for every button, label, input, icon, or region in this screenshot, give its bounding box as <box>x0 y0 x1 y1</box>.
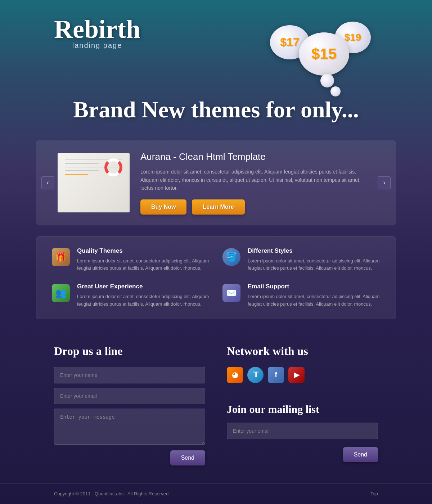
chevron-right-icon: › <box>383 179 385 186</box>
bottom-section: Drop us a line Send Network with us ◕ 𝕋 … <box>0 330 432 480</box>
logo-area: Rebirth landing page <box>54 14 140 50</box>
features-section: 🎁 Quality Themes Lorem ipsum dolor sit a… <box>36 236 396 319</box>
feature-ux-desc: Lorem ipsum dolor sit amet, consectetur … <box>77 293 211 308</box>
feature-email: ✉️ Email Support Lorem ipsum dolor sit a… <box>221 283 381 308</box>
network-section: Network with us ◕ 𝕋 f ▶ Join our mailing… <box>227 345 378 465</box>
logo-title: Rebirth <box>54 14 140 44</box>
price-bubble-main: $15 <box>299 32 349 76</box>
feature-styles-title: Different Styles <box>248 247 381 255</box>
mailing-title: Join our mailing list <box>227 403 378 415</box>
feature-ux-title: Great User Experience <box>77 283 211 290</box>
chevron-left-icon: ‹ <box>47 179 49 186</box>
copyright-text: Copyright © 2011 - QuanticaLabs - All Ri… <box>54 491 168 496</box>
facebook-icon-label: f <box>275 371 277 379</box>
feature-styles: 🪣 Different Styles Lorem ipsum dolor sit… <box>221 247 381 273</box>
slider-description: Lorem ipsum dolor sit amet, consectetur … <box>140 168 374 192</box>
rss-icon[interactable]: ◕ <box>227 367 243 383</box>
quality-icon-container: 🎁 <box>51 247 71 267</box>
top-link[interactable]: Top <box>370 491 378 496</box>
network-divider <box>227 394 378 394</box>
slider-title: Aurana - Clean Html Template <box>140 151 374 162</box>
hero-section: Brand New themes for only... <box>0 90 432 133</box>
price-main-text: $15 <box>311 45 337 63</box>
feature-quality-desc: Lorem ipsum dolor sit amet, consectetur … <box>77 257 211 273</box>
mailing-email-input[interactable] <box>227 423 378 439</box>
rss-icon-label: ◕ <box>232 370 238 379</box>
different-styles-icon: 🪣 <box>222 248 240 266</box>
buy-now-button[interactable]: Buy Now <box>140 199 186 215</box>
email-icon-container: ✉️ <box>221 283 241 303</box>
user-experience-icon: 👥 <box>52 284 70 302</box>
features-grid: 🎁 Quality Themes Lorem ipsum dolor sit a… <box>51 247 381 308</box>
contact-title: Drop us a line <box>54 345 205 358</box>
feature-ux-text: Great User Experience Lorem ipsum dolor … <box>77 283 211 308</box>
learn-more-button[interactable]: Learn More <box>192 199 244 215</box>
paper-line-4 <box>65 170 99 171</box>
ux-icon-container: 👥 <box>51 283 71 303</box>
feature-email-text: Email Support Lorem ipsum dolor sit amet… <box>248 283 381 308</box>
contact-name-input[interactable] <box>54 367 205 383</box>
social-icons-row: ◕ 𝕋 f ▶ <box>227 367 378 383</box>
price-bubble-tiny2 <box>330 86 341 96</box>
quality-themes-icon: 🎁 <box>52 248 70 266</box>
contact-email-input[interactable] <box>54 388 205 404</box>
slider-next-button[interactable]: › <box>378 176 391 189</box>
header: Rebirth landing page $17 $19 $15 <box>0 0 432 90</box>
email-support-icon: ✉️ <box>222 284 240 302</box>
mailing-send-button[interactable]: Send <box>343 447 378 462</box>
feature-email-title: Email Support <box>248 283 381 290</box>
slider-image <box>58 153 130 212</box>
youtube-icon[interactable]: ▶ <box>288 367 305 383</box>
feature-styles-desc: Lorem ipsum dolor sit amet, consectetur … <box>248 257 381 273</box>
price-bubbles: $17 $19 $15 <box>270 18 378 83</box>
twitter-icon[interactable]: 𝕋 <box>247 367 264 383</box>
contact-message-input[interactable] <box>54 409 205 445</box>
price-bubble-tiny1 <box>320 74 334 87</box>
paper-line-link <box>65 174 88 175</box>
slider-image-inner <box>58 153 130 212</box>
price-sm1-text: $17 <box>280 36 299 49</box>
feature-quality-title: Quality Themes <box>77 247 211 255</box>
feature-quality-text: Quality Themes Lorem ipsum dolor sit ame… <box>77 247 211 273</box>
contact-send-button[interactable]: Send <box>170 450 205 465</box>
network-title: Network with us <box>227 345 378 358</box>
footer: Copyright © 2011 - QuanticaLabs - All Ri… <box>0 483 432 504</box>
twitter-icon-label: 𝕋 <box>253 370 258 379</box>
contact-form-section: Drop us a line Send <box>54 345 205 465</box>
feature-email-desc: Lorem ipsum dolor sit amet, consectetur … <box>248 293 381 308</box>
slider-buttons: Buy Now Learn More <box>140 199 374 215</box>
styles-icon-container: 🪣 <box>221 247 241 267</box>
paper-line-2 <box>65 163 99 164</box>
facebook-icon[interactable]: f <box>268 367 284 383</box>
hero-title: Brand New themes for only... <box>54 97 378 122</box>
slider-prev-button[interactable]: ‹ <box>41 176 54 189</box>
feature-styles-text: Different Styles Lorem ipsum dolor sit a… <box>248 247 381 273</box>
slider-content: Aurana - Clean Html Template Lorem ipsum… <box>140 151 374 214</box>
price-sm2-text: $19 <box>345 32 361 43</box>
feature-ux: 👥 Great User Experience Lorem ipsum dolo… <box>51 283 211 308</box>
youtube-icon-label: ▶ <box>294 370 299 379</box>
slider-container: ‹ Aurana - Clean Html Template Lorem ips… <box>36 140 396 225</box>
feature-quality: 🎁 Quality Themes Lorem ipsum dolor sit a… <box>51 247 211 273</box>
